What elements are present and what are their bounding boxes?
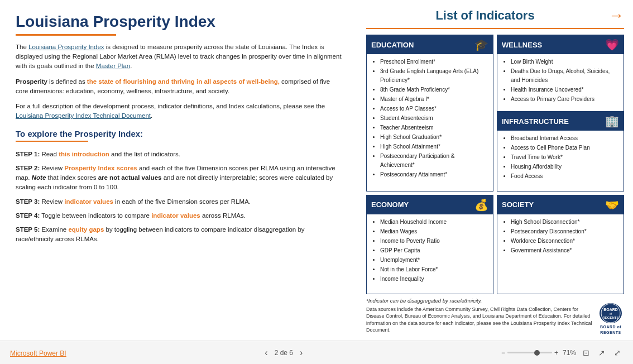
list-item: Workforce Disconnection* bbox=[511, 237, 619, 246]
zoom-plus[interactable]: + bbox=[554, 349, 558, 357]
prev-page-button[interactable]: ‹ bbox=[262, 347, 270, 359]
education-list: Preschool Enrollment* 3rd Grade English … bbox=[373, 58, 488, 179]
right-panel: List of Indicators → EDUCATION 🎓 Prescho… bbox=[357, 0, 633, 341]
regents-logo: BOARD of REGENTS BOARD of REGENTS bbox=[597, 306, 624, 333]
explore-title: To explore the Prosperity Index: bbox=[16, 129, 342, 138]
infrastructure-label: INFRASTRUCTURE bbox=[502, 117, 569, 126]
footer-right: − + 71% ⊡ ↗ ⤢ bbox=[501, 347, 623, 358]
indicator-values-link-2[interactable]: indicator values bbox=[151, 212, 200, 219]
step-4: STEP 4: Toggle between indicators to com… bbox=[16, 211, 342, 221]
list-item: Housing Affordability bbox=[511, 162, 619, 171]
data-sources-text: Data sources include the American Commun… bbox=[366, 306, 593, 334]
title-underline bbox=[16, 34, 116, 36]
footer-left: Microsoft Power BI bbox=[10, 348, 66, 358]
footnote: *Indicator can be disaggregated by race/… bbox=[366, 298, 624, 304]
prosperity-index-link[interactable]: Louisiana Prosperity Index bbox=[28, 44, 104, 50]
list-item: Broadband Internet Access bbox=[511, 134, 619, 143]
education-card: EDUCATION 🎓 Preschool Enrollment* 3rd Gr… bbox=[366, 35, 493, 191]
education-body: Preschool Enrollment* 3rd Grade English … bbox=[367, 54, 493, 183]
list-item: Not in the Labor Force* bbox=[380, 265, 488, 274]
infrastructure-icon: 🏢 bbox=[605, 114, 619, 128]
list-item: Median Wages bbox=[380, 227, 488, 236]
list-item: Student Absenteeism bbox=[380, 114, 488, 123]
svg-text:of: of bbox=[610, 312, 612, 315]
wellness-icon: 💗 bbox=[605, 38, 619, 51]
master-plan-link[interactable]: Master Plan bbox=[96, 63, 130, 69]
zoom-level: 71% bbox=[563, 349, 576, 357]
list-item: Access to Cell Phone Data Plan bbox=[511, 143, 619, 152]
footer: Microsoft Power BI ‹ 2 de 6 › − + 71% ⊡ … bbox=[0, 341, 633, 364]
economy-body: Median Household Income Median Wages Inc… bbox=[367, 214, 493, 288]
list-of-indicators-title: List of Indicators bbox=[366, 8, 604, 23]
economy-card: ECONOMY 💰 Median Household Income Median… bbox=[366, 195, 493, 294]
next-arrow[interactable]: → bbox=[608, 7, 624, 25]
list-item: Preschool Enrollment* bbox=[380, 58, 488, 66]
society-header: SOCIETY 🤝 bbox=[497, 195, 624, 214]
equity-gaps-link[interactable]: equity gaps bbox=[68, 226, 104, 233]
society-body: High School Disconnection* Postsecondary… bbox=[497, 214, 624, 259]
step-3: STEP 3: Review indicator values in each … bbox=[16, 197, 342, 207]
list-item: Government Assistance* bbox=[511, 246, 619, 255]
indicator-values-link[interactable]: indicator values bbox=[64, 198, 113, 205]
list-item: High School Disconnection* bbox=[511, 218, 619, 227]
economy-header: ECONOMY 💰 bbox=[367, 195, 493, 214]
step-2: STEP 2: Review Prosperity Index scores a… bbox=[16, 164, 342, 193]
next-page-button[interactable]: › bbox=[298, 347, 305, 359]
list-item: Postsecondary Disconnection* bbox=[511, 227, 619, 236]
list-item: Teacher Absenteeism bbox=[380, 123, 488, 132]
list-item: Low Birth Weight bbox=[511, 58, 619, 66]
list-item: Access to Primary Care Providers bbox=[511, 95, 619, 104]
share-button[interactable]: ↗ bbox=[596, 347, 607, 358]
fit-screen-button[interactable]: ⊡ bbox=[581, 347, 592, 358]
list-item: Postsecondary Attainment* bbox=[380, 170, 488, 179]
footer-center: ‹ 2 de 6 › bbox=[262, 347, 305, 359]
list-item: Access to AP Classes* bbox=[380, 104, 488, 113]
introduction-link[interactable]: this introduction bbox=[59, 151, 109, 157]
economy-icon: 💰 bbox=[474, 198, 488, 212]
list-item: High School Graduation* bbox=[380, 133, 488, 142]
list-item: Deaths Due to Drugs, Alcohol, Suicides, … bbox=[511, 67, 619, 85]
infrastructure-header: INFRASTRUCTURE 🏢 bbox=[497, 112, 624, 131]
zoom-control: − + 71% bbox=[501, 349, 576, 357]
list-item: Income Inequality bbox=[380, 275, 488, 284]
zoom-slider[interactable] bbox=[507, 352, 552, 353]
list-item: Postsecondary Participation & Achievemen… bbox=[380, 152, 488, 170]
wellness-header: WELLNESS 💗 bbox=[497, 35, 624, 54]
list-item: Unemployment* bbox=[380, 256, 488, 265]
economy-label: ECONOMY bbox=[371, 200, 409, 209]
header-divider bbox=[366, 28, 624, 29]
wellness-body: Low Birth Weight Deaths Due to Drugs, Al… bbox=[497, 54, 624, 108]
powerbi-link[interactable]: Microsoft Power BI bbox=[10, 349, 66, 357]
education-header: EDUCATION 🎓 bbox=[367, 35, 493, 54]
society-list: High School Disconnection* Postsecondary… bbox=[504, 218, 619, 255]
society-label: SOCIETY bbox=[502, 200, 534, 209]
list-item: Income to Poverty Ratio bbox=[380, 237, 488, 246]
regents-label: BOARD of REGENTS bbox=[597, 324, 624, 336]
prosperity-scores-link[interactable]: Prosperity Index scores bbox=[64, 165, 137, 171]
list-item: 8th Grade Math Proficiency* bbox=[380, 85, 488, 94]
zoom-minus[interactable]: − bbox=[501, 349, 505, 357]
wellness-list: Low Birth Weight Deaths Due to Drugs, Al… bbox=[504, 58, 619, 104]
list-item: Median Household Income bbox=[380, 218, 488, 227]
infrastructure-body: Broadband Internet Access Access to Cell… bbox=[497, 131, 624, 185]
wellness-label: WELLNESS bbox=[502, 41, 542, 49]
right-header: List of Indicators → bbox=[366, 7, 624, 25]
regents-circle: BOARD of REGENTS bbox=[600, 303, 622, 323]
education-icon: 🎓 bbox=[474, 38, 488, 51]
page-indicator: 2 de 6 bbox=[275, 349, 293, 357]
intro-text: The Louisiana Prosperity Index is design… bbox=[16, 42, 342, 71]
infrastructure-subcard: INFRASTRUCTURE 🏢 Broadband Internet Acce… bbox=[497, 111, 624, 185]
list-item: High School Attainment* bbox=[380, 142, 488, 151]
left-panel: Louisiana Prosperity Index The Louisiana… bbox=[0, 0, 357, 341]
data-sources-area: Data sources include the American Commun… bbox=[366, 306, 624, 334]
fullscreen-button[interactable]: ⤢ bbox=[612, 347, 623, 358]
list-item: Master of Algebra I* bbox=[380, 95, 488, 104]
list-item: Food Access bbox=[511, 172, 619, 181]
society-icon: 🤝 bbox=[605, 198, 619, 212]
technical-document-link[interactable]: Louisiana Prosperity Index Technical Doc… bbox=[16, 112, 151, 119]
prosperity-def: Prosperity is defined as the state of fl… bbox=[16, 77, 342, 97]
education-label: EDUCATION bbox=[371, 41, 414, 49]
full-desc: For a full description of the developmen… bbox=[16, 102, 342, 121]
wellness-card: WELLNESS 💗 Low Birth Weight Deaths Due t… bbox=[497, 35, 624, 191]
svg-text:BOARD: BOARD bbox=[603, 308, 618, 312]
